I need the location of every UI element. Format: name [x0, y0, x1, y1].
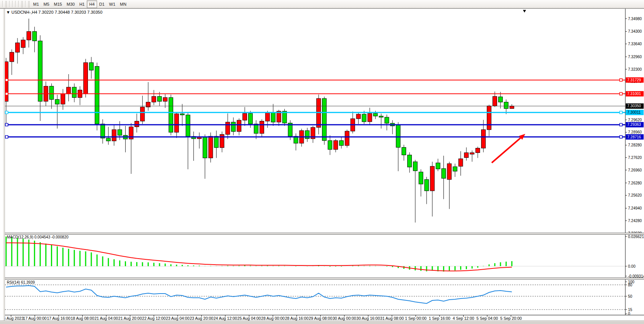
candle-body	[243, 113, 247, 120]
candle-body	[158, 97, 162, 102]
candle-body	[10, 52, 14, 62]
time-tick-label: 1 Sep 00:00	[405, 316, 427, 321]
candle-body	[100, 124, 105, 138]
timeframe-button-mn[interactable]: MN	[118, 0, 129, 8]
candle-body	[402, 148, 406, 155]
candle-body	[15, 43, 19, 52]
candle-body	[459, 159, 463, 166]
timeframe-button-h1[interactable]: H1	[77, 0, 87, 8]
price-tick-label: 7.24940	[628, 206, 642, 210]
price-tick-label: 7.29620	[628, 118, 642, 122]
time-tick-label: 25 Aug 04:00	[238, 316, 261, 321]
time-tick-label: 28 Aug 16:00	[285, 316, 309, 321]
candle-body	[481, 130, 486, 148]
timeframe-button-m5[interactable]: M5	[41, 0, 51, 8]
hline-handle[interactable]	[5, 123, 8, 126]
candle-body	[112, 130, 116, 141]
candle-body	[237, 120, 241, 132]
toolbar-separator	[18, 1, 19, 7]
timeframe-button-m1[interactable]: M1	[31, 0, 41, 8]
price-tick-label: 7.26280	[628, 181, 642, 185]
candle-body	[180, 114, 184, 115]
time-tick-label: 23 Aug 20:00	[190, 316, 213, 321]
candle-body	[135, 121, 139, 127]
toolbar-separator	[15, 1, 16, 7]
candle-body	[89, 63, 93, 70]
candle-body	[436, 163, 440, 169]
candle-body	[356, 114, 360, 119]
candle-body	[345, 131, 349, 146]
price-tick-label: 7.33640	[628, 42, 642, 46]
candle-body	[424, 179, 429, 191]
time-tick-label: 21 Aug 20:00	[118, 316, 142, 321]
hline-handle[interactable]	[620, 136, 622, 138]
hline-handle[interactable]	[5, 136, 8, 138]
candle-body	[453, 167, 457, 171]
candle-body	[72, 87, 77, 97]
hline-handle[interactable]	[620, 92, 622, 95]
candle-body	[169, 98, 173, 132]
candle-body	[373, 113, 378, 116]
macd-label: MACD(12,26,9) 0.004543 -0.000820	[7, 235, 69, 239]
toolbar-separator	[12, 1, 13, 7]
candle-body	[67, 87, 71, 94]
price-tick-label: 7.34980	[628, 17, 642, 21]
hline-handle[interactable]	[620, 111, 622, 114]
hline-handle[interactable]	[620, 123, 622, 126]
time-tick-label: 4 Sep 12:00	[453, 316, 474, 321]
hline-handle[interactable]	[5, 92, 8, 95]
candle-body	[49, 86, 54, 100]
time-tick-label: 22 Aug 12:00	[142, 316, 166, 321]
price-tick-label: 7.27620	[628, 156, 642, 160]
price-tick-label: 7.32300	[628, 67, 642, 71]
candle-body	[95, 67, 99, 124]
timeframe-button-d1[interactable]: D1	[97, 0, 107, 8]
price-tick-label: 7.25620	[628, 193, 642, 197]
hline-handle[interactable]	[5, 111, 8, 114]
time-tick-label: 5 Sep 20:00	[500, 316, 522, 321]
candle-body	[209, 136, 213, 158]
candle-body	[333, 141, 338, 149]
time-tick-label: 29 Aug 08:00	[309, 316, 332, 321]
hline-handle[interactable]	[620, 79, 622, 81]
timeframe-button-m15[interactable]: M15	[52, 0, 64, 8]
toolbar-separator	[9, 1, 10, 7]
time-tick-label: 18 Aug 08:00	[71, 316, 94, 321]
time-tick-label: 24 Aug 12:00	[214, 316, 237, 321]
candle-body	[226, 122, 230, 134]
macd-axis-label: 0.026621	[628, 235, 644, 239]
price-tick-label: 7.26960	[628, 168, 642, 172]
rsi-axis-label: 80	[628, 283, 633, 287]
candle-body	[368, 113, 372, 122]
toolbar-drag-handle	[5, 1, 7, 7]
price-tag-label: 7.30011	[627, 110, 641, 114]
candle-body	[385, 117, 389, 123]
price-tag-label: 7.28716	[627, 135, 641, 139]
candle-body	[38, 41, 42, 102]
hline-handle[interactable]	[5, 79, 8, 81]
time-tick-label: 23 Aug 04:00	[166, 316, 190, 321]
candle-body	[430, 166, 434, 191]
chart-title[interactable]: ▼ USDCNH-,H4 7.30220 7.30448 7.30203 7.3…	[6, 10, 102, 14]
candle-body	[476, 148, 480, 153]
candle-body	[61, 94, 65, 104]
rsi-axis-label: 50	[628, 294, 633, 299]
price-tick-label: 7.34300	[628, 29, 642, 33]
candle-body	[55, 100, 59, 104]
candle-body	[470, 153, 474, 154]
candle-body	[265, 113, 269, 121]
candle-body	[396, 125, 400, 148]
candle-body	[328, 141, 332, 149]
timeframe-button-h4[interactable]: H4	[87, 0, 97, 8]
candle-body	[118, 130, 122, 135]
candle-body	[339, 141, 343, 146]
toolbar-drag-handle	[21, 1, 23, 7]
candle-body	[146, 102, 150, 107]
candle-body	[493, 97, 497, 106]
timeframe-button-w1[interactable]: W1	[107, 0, 118, 8]
rsi-label: RSI(14) 61.3939	[7, 280, 35, 284]
candle-body	[510, 106, 514, 109]
time-tick-label: 21 Aug 04:00	[94, 316, 118, 321]
time-tick-label: 1 Sep 16:00	[429, 316, 451, 321]
timeframe-button-m30[interactable]: M30	[64, 0, 77, 8]
